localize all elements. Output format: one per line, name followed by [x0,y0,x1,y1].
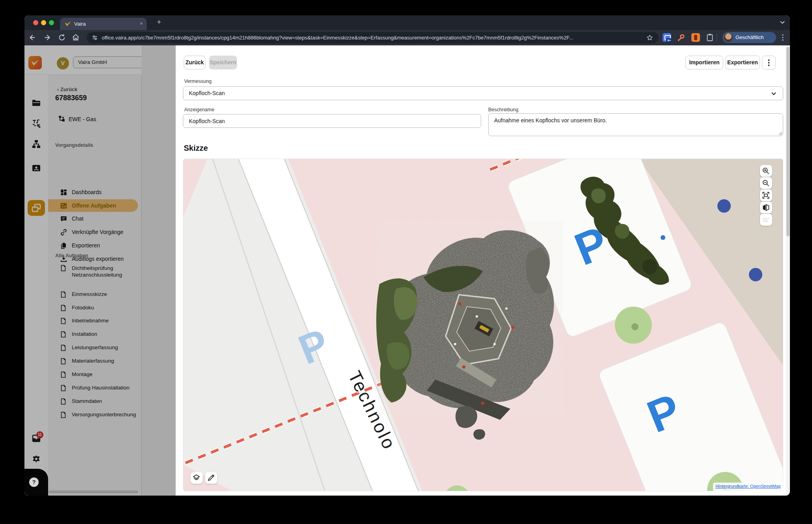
zoom-out-icon [762,179,770,187]
vermessung-label: Vermessung [184,79,211,84]
vermessung-select[interactable]: Kopfloch-Scan [183,86,783,100]
home-icon[interactable] [71,33,80,42]
notification-badge: 11 [36,431,43,438]
dimmed-backdrop [142,45,175,496]
back-button[interactable]: Zurück [184,56,205,69]
kebab-icon [768,59,770,66]
map-fit-view-button[interactable] [760,189,772,201]
panel-scrollbar-track[interactable] [786,45,790,496]
bookmark-star-icon[interactable] [646,34,653,41]
extension-badge: 9+ [666,38,672,43]
fields-config-icon[interactable] [32,119,41,128]
zoom-in-icon [762,167,770,175]
address-bar[interactable]: office.vaira.app/o/c7be7mnm5f1rdro8tg2g/… [87,32,659,43]
tab-title: Vaira [74,21,86,27]
sidebar-item-chat[interactable]: Chat [48,212,142,225]
dots-grid-icon [762,216,770,224]
site-info-icon[interactable] [91,34,98,41]
org-select-value: Vaira GmbH [78,59,107,65]
extension-icon-4[interactable] [706,33,714,42]
osm-attribution-link[interactable]: Hintergrundkarte: OpenStreetMap [715,484,781,488]
pencil-icon [207,474,215,482]
sidebar-task-inbetriebnahme[interactable]: Inbetriebnahme [48,317,142,326]
case-sidebar: ‹ Zurück 67883659 EWE - Gas Vorgangsdeta… [48,75,142,496]
map-measure-grid-button[interactable] [760,214,772,226]
browser-menu-kebab-icon[interactable] [778,33,787,42]
map-flip-3d-button[interactable] [760,202,772,213]
vaira-logo[interactable] [28,56,42,69]
vaira-favicon [65,21,71,27]
sidebar-task-installation[interactable]: Installation [48,330,142,340]
anzeigename-input[interactable] [183,114,481,128]
org-avatar: V [57,57,69,69]
new-tab-button[interactable]: + [157,18,161,26]
map-attribution: Hintergrundkarte: OpenStreetMap [713,483,783,491]
tab-search-chevron-icon[interactable] [780,21,785,24]
skizze-heading: Skizze [184,144,208,153]
extension-icon-3[interactable] [691,33,700,42]
vermessung-select-value: Kopfloch-Scan [189,90,225,96]
resize-handle-icon[interactable] [778,131,782,135]
sidebar-task-stammdaten[interactable]: Stammdaten [48,397,142,407]
case-type-label[interactable]: EWE - Gas [69,116,96,122]
sidebar-task-dichtheitspruefung[interactable]: Dichtheitsprüfung Netzanschlussleitung [48,264,142,282]
task-edit-panel: Zurück Speichern Importieren Exportieren… [175,45,786,496]
tab-bar: Vaira × + [24,15,790,30]
profile-chip[interactable]: Geschäftlich [722,32,776,43]
section-alle-aufgaben: Alle Aufgaben [55,253,88,258]
map-layers-button[interactable] [190,472,203,484]
flip-3d-icon [762,204,770,211]
tab-close-icon[interactable]: × [140,21,143,26]
export-button[interactable]: Exportieren [725,56,760,69]
case-number: 67883659 [55,94,87,102]
icon-rail: 11 [24,75,48,496]
forward-icon[interactable] [43,33,52,42]
extension-icon-1[interactable]: 9+ [663,33,671,42]
panel-scrollbar-thumb[interactable] [786,47,790,236]
beschreibung-label: Beschreibung [488,107,518,112]
anzeigename-label: Anzeigename [184,107,214,112]
sidebar-task-leistungserfassung[interactable]: Leistungserfassung [48,344,142,353]
zoom-window-button[interactable] [49,20,54,25]
profile-avatar [724,33,733,42]
settings-gear-icon[interactable] [32,454,41,464]
sidebar-item-offene-aufgaben[interactable]: Offene Aufgaben [48,199,142,212]
tasks-rail-active-button[interactable] [28,200,45,216]
import-button[interactable]: Importieren [685,56,723,69]
sidebar-task-montage[interactable]: Montage [48,371,142,380]
sidebar-task-einmessskizze[interactable]: Einmessskizze [48,290,142,300]
layers-icon [192,474,200,482]
sidebar-task-fotodoku[interactable]: Fotodoku [48,304,142,313]
sidebar-item-dashboards[interactable]: Dashboards [48,186,142,199]
sidebar-task-pruefung-hausinstallation[interactable]: Prüfung Hausinstallation [48,384,142,393]
beschreibung-textarea[interactable]: Aufnahme eines Kopflochs vor unserem Bür… [488,113,783,136]
save-button[interactable]: Speichern [209,56,237,69]
chevron-left-icon: ‹ [57,86,60,92]
close-window-button[interactable] [33,20,38,25]
map-zoom-in-button[interactable] [760,165,772,177]
sidebar-item-exportieren[interactable]: Exportieren [48,239,142,252]
toolbar-divider [717,33,717,42]
sidebar-item-verknuepfte-vorgaenge[interactable]: Verknüpfte Vorgänge [48,226,142,239]
help-widget: ? [24,469,48,496]
reload-icon[interactable] [58,33,66,42]
sidebar-back-link[interactable]: ‹ Zurück [57,86,77,92]
projects-folder-icon[interactable] [32,98,41,108]
browser-tab[interactable]: Vaira × [60,18,147,30]
help-button[interactable]: ? [29,477,39,487]
screenshot: Vaira × + office.vaira.app/o/c7be7mnm5f1… [0,0,812,524]
minimize-window-button[interactable] [41,20,46,25]
vaira-logo-check-icon [31,59,39,66]
map-zoom-out-button[interactable] [760,177,772,189]
hierarchy-icon[interactable] [32,139,41,149]
sidebar-task-materialerfassung[interactable]: Materialerfassung [48,357,142,367]
sketch-map[interactable]: Technolo P P P [183,159,783,491]
fit-frame-icon [762,191,770,199]
contacts-icon[interactable] [32,163,41,173]
sidebar-horizontal-scrollbar[interactable] [49,490,138,493]
extension-icon-2[interactable] [677,33,685,42]
sidebar-task-versorgungsunterbrechung[interactable]: Versorgungsunterbrechung [48,411,142,420]
map-draw-button[interactable] [205,472,217,484]
more-actions-button[interactable] [762,56,776,69]
back-icon[interactable] [28,33,36,42]
